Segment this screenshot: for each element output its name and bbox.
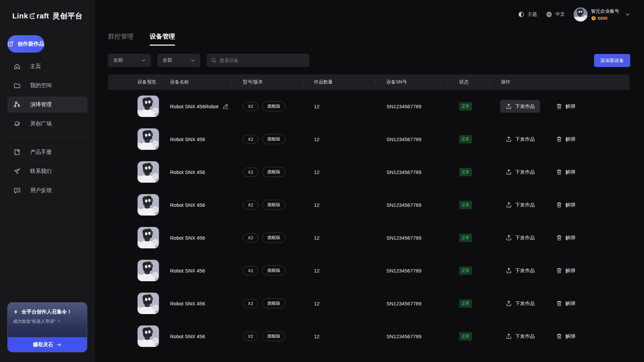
planet-icon xyxy=(13,120,21,127)
sidebar-item-label: 灵创广场 xyxy=(30,120,52,127)
device-name: Robot SNX 456 xyxy=(170,268,205,274)
device-sn: SN1234567789 xyxy=(375,136,448,142)
logo-text-raft: raft xyxy=(37,12,49,20)
logo-platform-name: 灵创平台 xyxy=(52,11,83,21)
trash-icon xyxy=(556,300,562,307)
earn-gems-button[interactable]: 赚取灵石 xyxy=(8,337,87,352)
promo-title-row: 全平台创作人召集令！ xyxy=(13,309,82,315)
sidebar-item-label: 演绎管理 xyxy=(30,101,52,108)
unbind-label: 解绑 xyxy=(566,202,575,208)
chevron-down-icon xyxy=(625,11,631,17)
table-body: Robot SNX 456Robot X2 旗舰版 12 SN123456778… xyxy=(108,90,630,353)
device-name: Robot SNX 456Robot xyxy=(170,104,218,109)
language-switcher[interactable]: 中文 xyxy=(546,11,565,18)
trash-icon xyxy=(556,234,562,241)
deploy-work-label: 下发作品 xyxy=(515,235,535,241)
sidebar-item-home[interactable]: 主页 xyxy=(7,58,88,74)
coin-balance-row: 5000 xyxy=(591,16,619,21)
works-count: 12 xyxy=(303,104,375,109)
unbind-label: 解绑 xyxy=(566,300,575,307)
sidebar-item-contact-us[interactable]: 联系我们 xyxy=(7,163,88,179)
deploy-work-button[interactable]: 下发作品 xyxy=(500,133,540,145)
filter-status-select[interactable]: 全部 xyxy=(157,54,200,67)
model-badge: X2 xyxy=(243,332,258,341)
table-row: Robot SNX 456 X2 旗舰版 12 SN1234567789 正常 … xyxy=(108,254,630,287)
works-count: 12 xyxy=(303,136,375,142)
unbind-button[interactable]: 解绑 xyxy=(556,169,575,175)
table-header: 设备预览 设备名称 型号/版本 作品数量 设备SN号 状态 操作 xyxy=(108,74,630,90)
version-badge: 旗舰版 xyxy=(262,167,285,177)
globe-icon xyxy=(546,11,552,18)
account-menu[interactable]: 智元企业账号 5000 xyxy=(574,7,631,21)
unbind-button[interactable]: 解绑 xyxy=(556,136,575,142)
device-name: Robot SNX 456 xyxy=(170,334,205,339)
sidebar-item-product-manual[interactable]: 产品手册 xyxy=(7,144,88,160)
deploy-work-button[interactable]: 下发作品 xyxy=(500,198,540,211)
sidebar-item-my-space[interactable]: 我的空间 xyxy=(7,77,88,94)
trash-icon xyxy=(556,201,562,208)
col-header-actions: 操作 xyxy=(490,74,630,90)
device-thumbnail xyxy=(138,293,159,314)
unbind-button[interactable]: 解绑 xyxy=(556,333,575,340)
create-new-work-button[interactable]: 创作新作品 xyxy=(7,35,44,53)
version-badge: 旗舰版 xyxy=(262,265,285,276)
filter-type-select[interactable]: 全部 xyxy=(108,54,151,67)
tab-device-management[interactable]: 设备管理 xyxy=(150,32,175,46)
model-badge: X2 xyxy=(243,299,258,308)
unbind-label: 解绑 xyxy=(566,267,575,274)
chevron-down-icon xyxy=(190,58,196,63)
status-badge: 正常 xyxy=(459,168,472,176)
promo-subtitle: 成为首批"机器人导演" ！ xyxy=(13,318,82,324)
search-input[interactable] xyxy=(220,58,305,63)
deploy-work-button[interactable]: 下发作品 xyxy=(500,330,540,343)
sidebar-item-user-feedback[interactable]: 用户反馈 xyxy=(7,182,88,198)
table-row: Robot SNX 456 X2 旗舰版 12 SN1234567789 正常 … xyxy=(108,123,630,156)
unbind-button[interactable]: 解绑 xyxy=(556,201,575,208)
unbind-button[interactable]: 解绑 xyxy=(556,267,575,274)
search-box xyxy=(207,54,309,67)
unbind-button[interactable]: 解绑 xyxy=(556,300,575,307)
status-badge: 正常 xyxy=(459,234,472,242)
upload-icon xyxy=(505,169,512,175)
create-work-label: 创作新作品 xyxy=(17,41,44,48)
device-sn: SN1234567789 xyxy=(375,301,448,306)
device-thumbnail xyxy=(138,227,159,248)
works-count: 12 xyxy=(303,169,375,175)
create-work-icon xyxy=(7,41,14,47)
sidebar-divider xyxy=(7,138,88,138)
deploy-work-button[interactable]: 下发作品 xyxy=(500,100,540,113)
sidebar-nav-secondary: 产品手册 联系我们 用户反馈 xyxy=(7,144,88,198)
logo-text-link: Link xyxy=(12,12,28,20)
deploy-work-button[interactable]: 下发作品 xyxy=(500,166,540,178)
works-count: 12 xyxy=(303,202,375,208)
model-badge: X2 xyxy=(243,135,258,144)
sidebar-item-label: 主页 xyxy=(30,63,41,70)
unbind-button[interactable]: 解绑 xyxy=(556,103,575,110)
sidebar-item-plaza[interactable]: 灵创广场 xyxy=(7,116,88,132)
header-bar: 主题 中文 智元企业账号 5000 xyxy=(518,7,631,21)
trash-icon xyxy=(556,333,562,340)
sidebar-item-label: 用户反馈 xyxy=(30,187,52,194)
model-badge: X2 xyxy=(243,200,258,209)
search-icon xyxy=(211,57,217,63)
account-info: 智元企业账号 5000 xyxy=(591,8,619,21)
filter-status-value: 全部 xyxy=(163,57,172,63)
deploy-work-label: 下发作品 xyxy=(515,333,535,340)
table-row: Robot SNX 456 X2 旗舰版 12 SN1234567789 正常 … xyxy=(108,287,630,320)
device-name: Robot SNX 456 xyxy=(170,169,205,175)
table-row: Robot SNX 456Robot X2 旗舰版 12 SN123456778… xyxy=(108,90,630,123)
deploy-work-button[interactable]: 下发作品 xyxy=(500,264,540,277)
tab-group-control[interactable]: 群控管理 xyxy=(108,32,133,46)
sidebar-item-performance-management[interactable]: 演绎管理 xyxy=(7,97,88,113)
edit-name-icon[interactable] xyxy=(222,103,229,110)
device-sn: SN1234567789 xyxy=(375,169,448,175)
device-sn: SN1234567789 xyxy=(375,104,448,109)
earn-gems-label: 赚取灵石 xyxy=(33,342,53,348)
device-sn: SN1234567789 xyxy=(375,268,448,274)
device-sn: SN1234567789 xyxy=(375,202,448,208)
deploy-work-button[interactable]: 下发作品 xyxy=(500,297,540,310)
deploy-work-button[interactable]: 下发作品 xyxy=(500,231,540,244)
add-device-button[interactable]: 添加新设备 xyxy=(594,54,630,67)
unbind-button[interactable]: 解绑 xyxy=(556,234,575,241)
theme-toggle[interactable]: 主题 xyxy=(518,11,537,18)
